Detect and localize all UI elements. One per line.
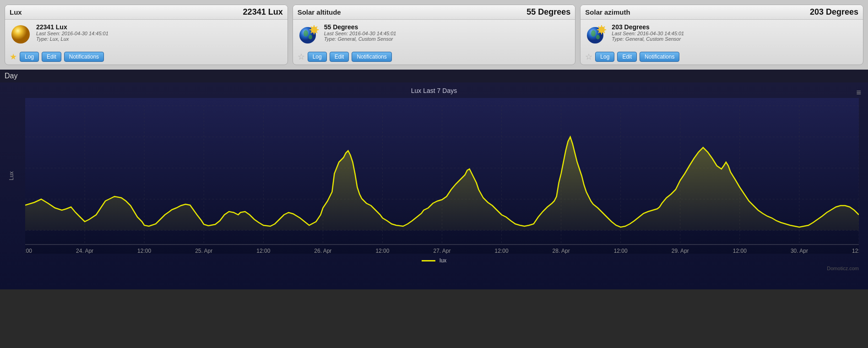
lux-card: Lux 22341 Lux 22341 Lux xyxy=(5,5,288,65)
svg-text:12:00: 12:00 xyxy=(25,248,32,254)
lux-edit-button[interactable]: Edit xyxy=(42,52,61,62)
svg-line-10 xyxy=(316,32,317,33)
svg-text:27. Apr: 27. Apr xyxy=(433,248,450,254)
chart-area: Lux 100k 75k xyxy=(25,98,859,254)
solar-altitude-value: 55 Degrees xyxy=(324,23,571,31)
svg-text:25. Apr: 25. Apr xyxy=(195,248,212,254)
solar-azimuth-value: 203 Degrees xyxy=(612,23,858,31)
solar-azimuth-last-seen: Last Seen: 2016-04-30 14:45:01 xyxy=(612,31,858,36)
solar-azimuth-card-header: Solar azimuth 203 Degrees xyxy=(580,5,863,20)
svg-line-22 xyxy=(603,32,605,33)
solar-altitude-card-body: 55 Degrees Last Seen: 2016-04-30 14:45:0… xyxy=(293,20,575,49)
lux-header-value: 22341 Lux xyxy=(243,7,283,17)
lux-card-header: Lux 22341 Lux xyxy=(5,5,288,20)
solar-azimuth-info: 203 Degrees Last Seen: 2016-04-30 14:45:… xyxy=(612,23,858,42)
svg-line-9 xyxy=(311,27,312,28)
solar-azimuth-card: Solar azimuth 203 Degrees xyxy=(580,5,863,65)
lux-card-footer: ★ Log Edit Notifications xyxy=(5,49,288,65)
svg-text:12:00: 12:00 xyxy=(256,248,270,254)
solar-azimuth-header-value: 203 Degrees xyxy=(810,7,858,17)
solar-altitude-header-value: 55 Degrees xyxy=(526,7,570,17)
svg-line-21 xyxy=(598,27,600,28)
lux-value: 22341 Lux xyxy=(36,23,283,31)
svg-text:12:00: 12:00 xyxy=(614,248,628,254)
day-label: Day xyxy=(5,72,17,80)
svg-text:30. Apr: 30. Apr xyxy=(791,248,808,254)
svg-text:26. Apr: 26. Apr xyxy=(314,248,331,254)
svg-line-24 xyxy=(603,27,605,28)
svg-text:12:00: 12:00 xyxy=(375,248,389,254)
chart-menu-icon[interactable]: ≡ xyxy=(856,88,861,98)
y-axis-label: Lux xyxy=(8,171,15,180)
solar-altitude-type: Type: General, Custom Sensor xyxy=(324,36,571,42)
solar-azimuth-card-body: 203 Degrees Last Seen: 2016-04-30 14:45:… xyxy=(580,20,863,49)
svg-point-3 xyxy=(309,35,312,39)
lux-last-seen: Last Seen: 2016-04-30 14:45:01 xyxy=(36,31,283,36)
solar-altitude-icon xyxy=(298,23,320,45)
chart-container: Lux Last 7 Days ≡ Lux xyxy=(0,82,868,289)
solar-azimuth-card-footer: ☆ Log Edit Notifications xyxy=(580,49,863,65)
solar-altitude-star[interactable]: ☆ xyxy=(298,52,305,62)
lux-info: 22341 Lux Last Seen: 2016-04-30 14:45:01… xyxy=(36,23,283,42)
svg-line-12 xyxy=(316,27,317,28)
chart-svg: 100k 75k 50k 25k 0k 12:00 24. Apr 12:00 xyxy=(25,98,859,254)
lux-log-button[interactable]: Log xyxy=(20,52,39,62)
lux-type: Type: Lux, Lux xyxy=(36,36,283,42)
svg-text:28. Apr: 28. Apr xyxy=(553,248,570,254)
lux-title: Lux xyxy=(10,8,22,16)
solar-azimuth-star[interactable]: ☆ xyxy=(585,52,592,62)
svg-point-15 xyxy=(596,35,600,39)
solar-azimuth-notifications-button[interactable]: Notifications xyxy=(640,52,679,62)
lux-icon xyxy=(10,23,32,45)
solar-altitude-last-seen: Last Seen: 2016-04-30 14:45:01 xyxy=(324,31,571,36)
svg-text:12:00: 12:00 xyxy=(137,248,151,254)
solar-azimuth-type: Type: General, Custom Sensor xyxy=(612,36,858,42)
solar-altitude-card-footer: ☆ Log Edit Notifications xyxy=(293,49,575,65)
svg-text:12:00: 12:00 xyxy=(733,248,747,254)
solar-altitude-log-button[interactable]: Log xyxy=(308,52,327,62)
day-section-header: Day xyxy=(0,70,868,82)
lux-notifications-button[interactable]: Notifications xyxy=(64,52,104,62)
svg-text:29. Apr: 29. Apr xyxy=(672,248,689,254)
solar-azimuth-title: Solar azimuth xyxy=(585,8,630,16)
solar-altitude-card: Solar altitude 55 Degrees xyxy=(293,5,576,65)
domoticz-credit: Domoticz.com xyxy=(5,264,863,271)
legend-label: lux xyxy=(439,257,446,264)
lux-star[interactable]: ★ xyxy=(10,52,17,62)
lux-card-body: 22341 Lux Last Seen: 2016-04-30 14:45:01… xyxy=(5,20,288,49)
svg-point-0 xyxy=(11,25,30,44)
solar-azimuth-log-button[interactable]: Log xyxy=(595,52,614,62)
solar-azimuth-icon xyxy=(585,23,607,45)
cards-row: Lux 22341 Lux 22341 Lux xyxy=(0,0,868,70)
solar-altitude-card-header: Solar altitude 55 Degrees xyxy=(293,5,575,20)
svg-point-2 xyxy=(304,30,308,37)
solar-altitude-notifications-button[interactable]: Notifications xyxy=(352,52,391,62)
chart-title: Lux Last 7 Days xyxy=(5,87,863,94)
solar-altitude-edit-button[interactable]: Edit xyxy=(330,52,349,62)
svg-text:12:00: 12:00 xyxy=(852,248,859,254)
svg-point-14 xyxy=(591,30,596,37)
legend-line-icon xyxy=(422,260,435,261)
solar-azimuth-edit-button[interactable]: Edit xyxy=(617,52,637,62)
chart-legend: lux xyxy=(5,257,863,264)
svg-text:12:00: 12:00 xyxy=(495,248,509,254)
solar-altitude-info: 55 Degrees Last Seen: 2016-04-30 14:45:0… xyxy=(324,23,571,42)
svg-text:24. Apr: 24. Apr xyxy=(76,248,93,254)
solar-altitude-title: Solar altitude xyxy=(298,8,341,16)
